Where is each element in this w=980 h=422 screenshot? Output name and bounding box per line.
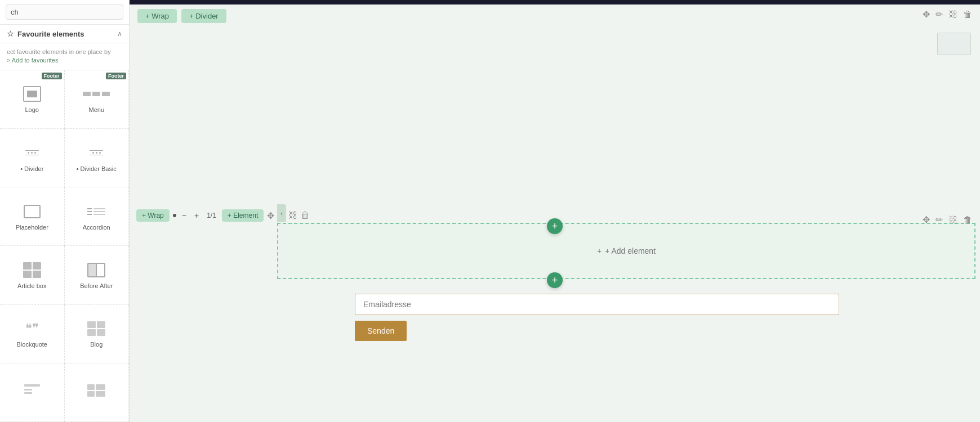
blog-label: Blog: [90, 341, 103, 348]
element-toolbar: + Wrap − + 1/1 + Element ✥ ✏ ⛓ 🗑: [130, 207, 317, 224]
svg-rect-6: [96, 391, 105, 397]
article-box-icon: [21, 261, 43, 279]
sidebar-item-logo[interactable]: Footer Logo: [0, 70, 65, 129]
wrap-button[interactable]: + Wrap: [137, 9, 177, 23]
elements-grid: Footer Logo Footer Menu: [0, 70, 129, 422]
sidebar-item-menu[interactable]: Footer Menu: [65, 70, 130, 129]
sidebar-item-article-box[interactable]: Article box: [0, 246, 65, 304]
element-right-toolbar: ✥ ✏ ⛓ 🗑: [915, 212, 980, 227]
sidebar-item-divider-basic[interactable]: • Divider Basic: [65, 129, 130, 187]
canvas-toolbar-right: ✥ ✏ ⛓ 🗑: [915, 5, 980, 24]
divider-label: • Divider: [20, 165, 43, 172]
logo-label: Logo: [25, 106, 39, 113]
divider-icon: [21, 144, 43, 162]
element-toolbar-dot: [173, 214, 176, 217]
right-link-icon[interactable]: ⛓: [948, 215, 957, 225]
minus-button[interactable]: −: [180, 210, 189, 221]
sidebar-item-blog[interactable]: Blog: [65, 305, 130, 363]
canvas-area: + Wrap − + 1/1 + Element ✥ ✏ ⛓ 🗑 ✥ ✏ ⛓ 🗑…: [130, 5, 980, 422]
favourites-label: Favourite elements: [17, 30, 84, 38]
elem-link-icon[interactable]: ⛓: [288, 210, 297, 221]
svg-rect-1: [24, 389, 32, 390]
elem-delete-icon[interactable]: 🗑: [301, 210, 310, 221]
main-area: + Wrap + Divider ✥ ✏ ⛓ 🗑 + Wrap − + 1/1 …: [130, 0, 980, 422]
plus-button[interactable]: +: [192, 210, 201, 221]
logo-icon: [21, 85, 43, 103]
move-icon[interactable]: ✥: [923, 9, 930, 20]
email-form: Senden: [355, 294, 839, 341]
favourites-hint: ect favourite elements in one place by >…: [0, 43, 129, 70]
search-bar: [0, 0, 129, 25]
article-box-label: Article box: [17, 282, 46, 289]
sidebar-item-blockquote[interactable]: ❝❞ Blockquote: [0, 305, 65, 363]
email-input[interactable]: [355, 294, 839, 315]
blog-icon: [85, 320, 108, 338]
right-edit-icon[interactable]: ✏: [936, 214, 943, 225]
add-element-text: + Add element: [605, 246, 656, 255]
canvas-toolbar-top: + Wrap + Divider: [130, 5, 234, 28]
sidebar-item-bottom-left[interactable]: [0, 363, 65, 422]
divider-button[interactable]: + Divider: [181, 9, 226, 23]
sidebar-item-divider[interactable]: • Divider: [0, 129, 65, 187]
sidebar: ☆ Favourite elements ∧ ect favourite ele…: [0, 0, 130, 422]
right-delete-icon[interactable]: 🗑: [963, 215, 972, 225]
mini-preview: [937, 33, 971, 55]
selected-element-box[interactable]: + + Add element: [277, 223, 975, 279]
before-after-icon: [85, 261, 108, 279]
placeholder-icon: [21, 203, 43, 221]
before-after-label: Before After: [80, 282, 113, 289]
right-move-icon[interactable]: ✥: [923, 214, 930, 225]
blockquote-icon: ❝❞: [21, 320, 43, 338]
svg-rect-2: [24, 392, 32, 394]
divider-basic-icon: [85, 144, 108, 162]
svg-rect-3: [87, 384, 95, 390]
favourites-header: ☆ Favourite elements ∧: [0, 25, 129, 43]
delete-icon[interactable]: 🗑: [963, 10, 972, 20]
elem-move-icon[interactable]: ✥: [267, 210, 274, 221]
element-counter: 1/1: [204, 212, 219, 219]
sidebar-item-before-after[interactable]: Before After: [65, 246, 130, 304]
favourites-title: ☆ Favourite elements: [7, 29, 84, 38]
blockquote-label: Blockquote: [17, 341, 47, 348]
left-collapse-arrow[interactable]: ‹: [277, 204, 286, 222]
star-icon: ☆: [7, 29, 14, 38]
add-element-btn[interactable]: + + Add element: [597, 246, 656, 255]
bottom-right-icon: [85, 381, 108, 399]
sidebar-item-accordion[interactable]: Accordion: [65, 187, 130, 246]
menu-label: Menu: [88, 106, 104, 113]
add-element-plus: +: [597, 246, 602, 255]
sidebar-item-bottom-right[interactable]: [65, 363, 130, 422]
add-above-button[interactable]: +: [547, 218, 563, 234]
divider-basic-label: • Divider Basic: [77, 165, 117, 172]
svg-rect-0: [24, 384, 40, 387]
svg-rect-5: [87, 391, 95, 397]
bottom-left-icon: [21, 381, 43, 399]
edit-icon[interactable]: ✏: [936, 9, 943, 20]
collapse-icon[interactable]: ∧: [117, 30, 122, 38]
search-input[interactable]: [6, 5, 123, 20]
submit-button[interactable]: Senden: [355, 321, 407, 341]
element-add-button[interactable]: + Element: [222, 209, 264, 222]
element-wrap-button[interactable]: + Wrap: [136, 209, 170, 222]
add-below-button[interactable]: +: [547, 272, 563, 288]
add-to-favourites-link[interactable]: > Add to favourites: [7, 57, 58, 64]
link-icon[interactable]: ⛓: [948, 10, 957, 20]
placeholder-label: Placeholder: [16, 224, 48, 231]
top-bar: [130, 0, 980, 5]
sidebar-item-placeholder[interactable]: Placeholder: [0, 187, 65, 246]
svg-rect-4: [96, 384, 105, 390]
accordion-icon: [85, 203, 108, 221]
menu-icon: [85, 85, 108, 103]
footer-badge-logo: Footer: [42, 73, 62, 79]
footer-badge-menu: Footer: [106, 73, 126, 79]
accordion-label: Accordion: [83, 224, 110, 231]
